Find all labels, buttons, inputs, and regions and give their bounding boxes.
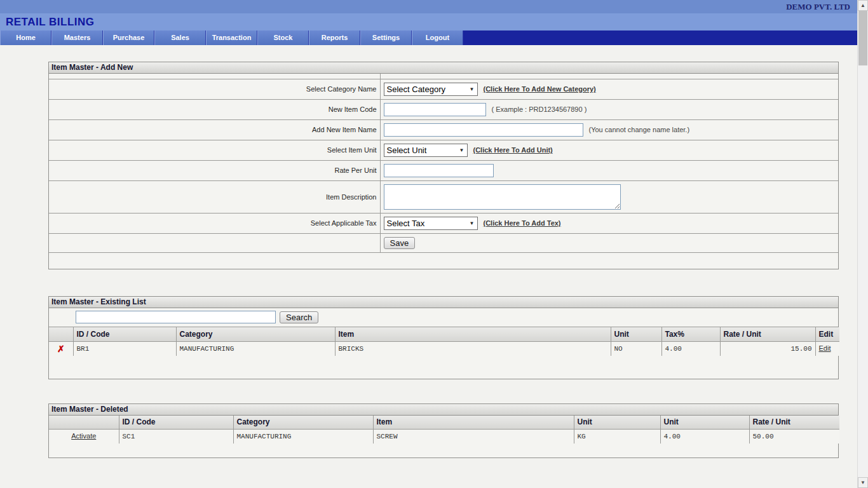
app-title: RETAIL BILLING [0,16,95,28]
item-master-add-panel: Item Master - Add New Select Category Na… [48,62,839,269]
cell-id: BR1 [73,341,176,356]
activate-link[interactable]: Activate [71,432,96,440]
add-category-link[interactable]: (Click Here To Add New Category) [484,85,596,93]
edit-link[interactable]: Edit [819,344,831,352]
cell-category: MANUFACTURING [233,430,373,444]
chevron-down-icon: ▼ [459,147,465,153]
rate-label: Rate Per Unit [49,160,380,180]
rate-input[interactable] [384,164,494,177]
item-code-input[interactable] [384,103,486,116]
cell-item: SCREW [373,430,574,444]
col-rate: Rate / Unit [720,327,815,341]
nav-tab-transaction[interactable]: Transaction [206,30,257,45]
item-master-existing-panel: Item Master - Existing List Search ID / … [48,296,839,379]
category-select[interactable]: Select Category ▼ [384,83,478,96]
col-tax: Tax% [661,327,720,341]
deleted-items-table: ID / Code Category Item Unit Unit Rate /… [49,416,839,444]
nav-tab-reports[interactable]: Reports [309,30,360,45]
cell-rate: 15.00 [720,341,815,356]
cell-tax: 4.00 [661,341,720,356]
existing-items-table: ID / Code Category Item Unit Tax% Rate /… [49,327,839,356]
item-code-label: New Item Code [49,99,380,119]
unit-select[interactable]: Select Unit ▼ [384,144,468,157]
col-id-code: ID / Code [119,416,233,430]
delete-icon[interactable]: ✗ [57,344,65,354]
col-activate [49,416,119,430]
top-company-bar: DEMO PVT. LTD [0,0,868,13]
save-button[interactable]: Save [384,237,416,249]
cell-unit: KG [574,430,660,444]
cell-id: SC1 [119,430,233,444]
search-button[interactable]: Search [280,311,318,323]
main-nav: Home Masters Purchase Sales Transaction … [0,30,868,45]
add-tax-link[interactable]: (Click Here To Add Tex) [484,219,561,227]
app-title-bar: RETAIL BILLING [0,13,868,30]
save-row-label [49,233,380,252]
scroll-up-icon: ▲ [860,3,865,8]
col-category: Category [233,416,373,430]
cell-rate: 50.00 [749,430,839,444]
spacer-row [49,74,838,79]
col-rate: Rate / Unit [749,416,839,430]
unit-select-value: Select Unit [387,146,427,155]
vertical-scrollbar[interactable]: ▲ ▼ [857,0,868,488]
item-unit-label: Select Item Unit [49,140,380,160]
tax-select-value: Select Tax [387,219,425,228]
nav-tab-settings[interactable]: Settings [360,30,412,45]
item-name-hint: (You cannot change name later.) [589,126,690,133]
description-label: Item Description [49,180,380,213]
scroll-down-button[interactable]: ▼ [858,477,868,488]
add-new-form: Select Category Name Select Category ▼ (… [49,74,838,269]
cell-category: MANUFACTURING [176,341,335,356]
item-master-deleted-panel: Item Master - Deleted ID / Code Category… [48,403,839,458]
tax-select[interactable]: Select Tax ▼ [384,217,478,230]
nav-tab-stock[interactable]: Stock [257,30,309,45]
item-name-input[interactable] [384,123,583,137]
item-name-label: Add New Item Name [49,119,380,140]
col-unit-1: Unit [574,416,660,430]
cell-tax: 4.00 [660,430,749,444]
nav-tab-sales[interactable]: Sales [154,30,206,45]
cell-item: BRICKS [335,341,611,356]
item-code-hint: ( Example : PRD1234567890 ) [492,105,587,113]
scroll-thumb[interactable] [858,11,867,65]
col-edit: Edit [815,327,839,341]
search-row: Search [49,308,838,327]
col-item: Item [335,327,611,341]
chevron-down-icon: ▼ [470,86,475,92]
tax-label: Select Applicable Tax [49,213,380,233]
panel-title-add-new: Item Master - Add New [49,62,838,74]
col-item: Item [373,416,574,430]
col-delete [49,327,73,341]
add-unit-link[interactable]: (Click Here To Add Unit) [473,146,553,154]
col-category: Category [176,327,335,341]
company-name: DEMO PVT. LTD [786,2,868,11]
table-row: ✗ BR1 MANUFACTURING BRICKS NO 4.00 15.00… [49,341,839,356]
panel-bottom-spacer [49,356,838,379]
chevron-down-icon: ▼ [470,220,475,226]
nav-tab-home[interactable]: Home [0,30,51,45]
nav-tab-masters[interactable]: Masters [51,30,103,45]
panel-title-deleted: Item Master - Deleted [49,404,838,416]
panel-bottom-spacer [49,444,838,458]
col-unit: Unit [611,327,661,341]
nav-tab-logout[interactable]: Logout [412,30,463,45]
panel-title-existing: Item Master - Existing List [49,297,838,308]
panel-bottom-spacer [49,252,838,269]
category-label: Select Category Name [49,79,380,99]
search-input[interactable] [76,311,276,323]
description-textarea[interactable] [384,184,621,210]
scroll-down-icon: ▼ [860,480,865,485]
category-select-value: Select Category [387,85,446,94]
existing-table-header: ID / Code Category Item Unit Tax% Rate /… [49,327,839,341]
screen: DEMO PVT. LTD RETAIL BILLING Home Master… [0,0,868,488]
deleted-table-header: ID / Code Category Item Unit Unit Rate /… [49,416,839,430]
cell-unit: NO [611,341,661,356]
col-id-code: ID / Code [73,327,176,341]
table-row: Activate SC1 MANUFACTURING SCREW KG 4.00… [49,430,839,444]
scroll-up-button[interactable]: ▲ [858,0,868,11]
nav-tab-purchase[interactable]: Purchase [103,30,154,45]
col-unit-2: Unit [660,416,749,430]
